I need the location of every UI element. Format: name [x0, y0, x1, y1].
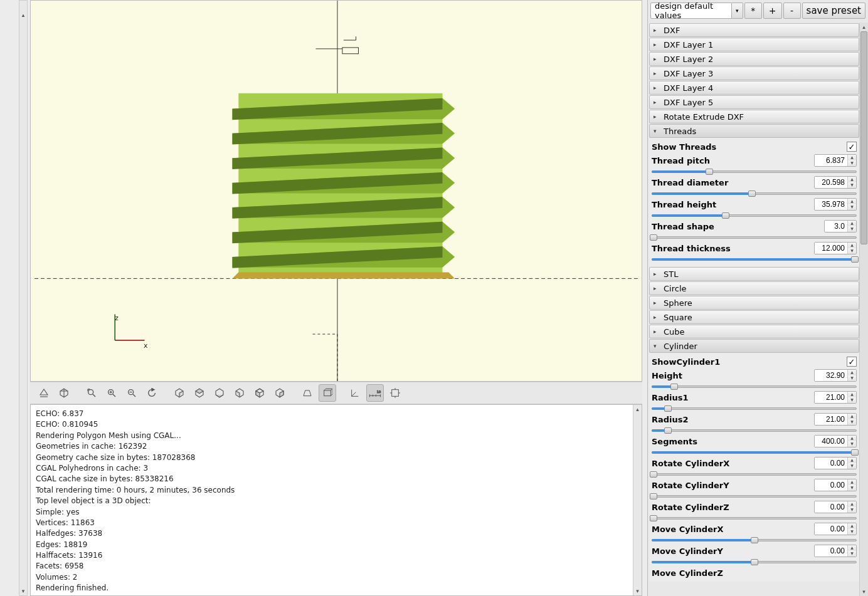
preview-icon[interactable]: [35, 384, 53, 402]
thread-pitch-slider[interactable]: [652, 169, 857, 175]
scroll-up-icon[interactable]: ▴: [19, 11, 27, 19]
cyl-rz-slider[interactable]: [652, 515, 857, 521]
step-down-icon[interactable]: ▼: [848, 226, 856, 232]
cyl-r2-input[interactable]: [815, 414, 847, 425]
view-bottom-icon[interactable]: [211, 384, 228, 402]
view-right-icon[interactable]: [171, 384, 188, 402]
render-icon[interactable]: [55, 384, 73, 402]
step-up-icon[interactable]: ▲: [848, 457, 856, 463]
cyl-r2-spin[interactable]: ▲▼: [814, 413, 857, 426]
zoom-fit-icon[interactable]: [83, 384, 100, 402]
section-dxf-layer3[interactable]: ▸DXF Layer 3: [649, 66, 859, 80]
step-up-icon[interactable]: ▲: [848, 414, 856, 419]
step-down-icon[interactable]: ▼: [848, 441, 856, 447]
step-up-icon[interactable]: ▲: [848, 155, 856, 160]
cyl-my-spin[interactable]: ▲▼: [814, 545, 857, 557]
step-up-icon[interactable]: ▲: [848, 523, 856, 529]
step-up-icon[interactable]: ▲: [848, 479, 856, 485]
step-down-icon[interactable]: ▼: [848, 375, 856, 381]
cyl-ry-input[interactable]: [815, 479, 847, 491]
thread-height-spin[interactable]: ▲▼: [814, 198, 857, 211]
section-sphere[interactable]: ▸Sphere: [649, 296, 859, 310]
panel-scrollbar[interactable]: ▴ ▾: [859, 23, 868, 596]
viewport-3d[interactable]: z x: [30, 0, 642, 382]
step-down-icon[interactable]: ▼: [848, 160, 856, 166]
step-down-icon[interactable]: ▼: [848, 463, 856, 469]
section-cylinder[interactable]: ▾Cylinder: [649, 339, 859, 353]
cyl-ry-slider[interactable]: [652, 493, 857, 499]
axes-icon[interactable]: [346, 384, 364, 402]
orthographic-icon[interactable]: [319, 384, 336, 402]
scroll-down-icon[interactable]: ▾: [19, 587, 27, 595]
section-threads[interactable]: ▾Threads: [649, 124, 859, 138]
thread-pitch-input[interactable]: [815, 155, 847, 166]
view-front-icon[interactable]: [251, 384, 268, 402]
cyl-rx-input[interactable]: [815, 457, 847, 469]
step-up-icon[interactable]: ▲: [848, 221, 856, 226]
thread-height-slider[interactable]: [652, 212, 857, 219]
section-cube[interactable]: ▸Cube: [649, 325, 859, 338]
scroll-down-icon[interactable]: ▾: [633, 587, 642, 595]
thread-diameter-spin[interactable]: ▲▼: [814, 176, 857, 189]
cyl-rz-spin[interactable]: ▲▼: [814, 501, 857, 513]
scrollbar-thumb[interactable]: [860, 31, 867, 244]
section-rotate-extrude[interactable]: ▸Rotate Extrude DXF: [649, 110, 859, 123]
zoom-in-icon[interactable]: [103, 384, 120, 402]
step-up-icon[interactable]: ▲: [848, 370, 856, 375]
cyl-seg-spin[interactable]: ▲▼: [814, 435, 857, 447]
console-scrollbar[interactable]: ▴ ▾: [633, 405, 642, 595]
step-down-icon[interactable]: ▼: [848, 182, 856, 188]
cyl-height-input[interactable]: [815, 370, 847, 381]
scroll-up-icon[interactable]: ▴: [633, 405, 642, 414]
thread-diameter-slider[interactable]: [652, 191, 857, 197]
section-dxf-layer4[interactable]: ▸DXF Layer 4: [649, 81, 859, 95]
cyl-r1-input[interactable]: [815, 392, 847, 403]
step-down-icon[interactable]: ▼: [848, 419, 856, 425]
step-up-icon[interactable]: ▲: [848, 436, 856, 441]
crosshair-icon[interactable]: [386, 384, 404, 402]
step-down-icon[interactable]: ▼: [848, 485, 856, 491]
step-up-icon[interactable]: ▲: [848, 501, 856, 507]
cyl-my-slider[interactable]: [652, 559, 857, 565]
cyl-mx-input[interactable]: [815, 523, 847, 535]
section-circle[interactable]: ▸Circle: [649, 281, 859, 295]
step-down-icon[interactable]: ▼: [848, 529, 856, 535]
thread-shape-slider[interactable]: [652, 234, 857, 241]
cyl-my-input[interactable]: [815, 545, 847, 557]
thread-shape-spin[interactable]: ▲▼: [824, 220, 857, 233]
zoom-out-icon[interactable]: [123, 384, 140, 402]
cyl-mx-spin[interactable]: ▲▼: [814, 523, 857, 535]
step-down-icon[interactable]: ▼: [848, 507, 856, 513]
cyl-mx-slider[interactable]: [652, 537, 857, 543]
section-dxf[interactable]: ▸DXF: [649, 23, 859, 37]
thread-pitch-spin[interactable]: ▲▼: [814, 154, 857, 167]
thread-thickness-slider[interactable]: [652, 256, 857, 263]
cyl-r1-slider[interactable]: [652, 405, 857, 412]
reset-view-icon[interactable]: [143, 384, 161, 402]
preset-combo[interactable]: design default values ▾: [650, 3, 743, 19]
cyl-ry-spin[interactable]: ▲▼: [814, 479, 857, 491]
step-down-icon[interactable]: ▼: [848, 551, 856, 557]
view-top-icon[interactable]: [191, 384, 208, 402]
thread-diameter-input[interactable]: [815, 177, 847, 188]
cyl-rx-slider[interactable]: [652, 471, 857, 478]
show-threads-checkbox[interactable]: ✓: [847, 142, 857, 152]
step-down-icon[interactable]: ▼: [848, 397, 856, 403]
thread-shape-input[interactable]: [825, 221, 847, 232]
show-cylinder-checkbox[interactable]: ✓: [847, 357, 857, 367]
thread-height-input[interactable]: [815, 199, 847, 210]
scroll-up-icon[interactable]: ▴: [860, 23, 868, 31]
scale-marker-icon[interactable]: 10: [366, 384, 384, 402]
cyl-seg-input[interactable]: [815, 436, 847, 447]
thread-thickness-input[interactable]: [815, 243, 847, 254]
section-dxf-layer1[interactable]: ▸DXF Layer 1: [649, 38, 859, 51]
cyl-r2-slider[interactable]: [652, 427, 857, 434]
cyl-height-slider[interactable]: [652, 384, 857, 390]
step-down-icon[interactable]: ▼: [848, 204, 856, 210]
step-up-icon[interactable]: ▲: [848, 545, 856, 551]
scroll-down-icon[interactable]: ▾: [860, 587, 868, 596]
cyl-rx-spin[interactable]: ▲▼: [814, 457, 857, 469]
step-up-icon[interactable]: ▲: [848, 243, 856, 248]
left-scrollbar[interactable]: ▴ ▾: [19, 0, 28, 596]
preset-star-button[interactable]: *: [744, 3, 762, 19]
